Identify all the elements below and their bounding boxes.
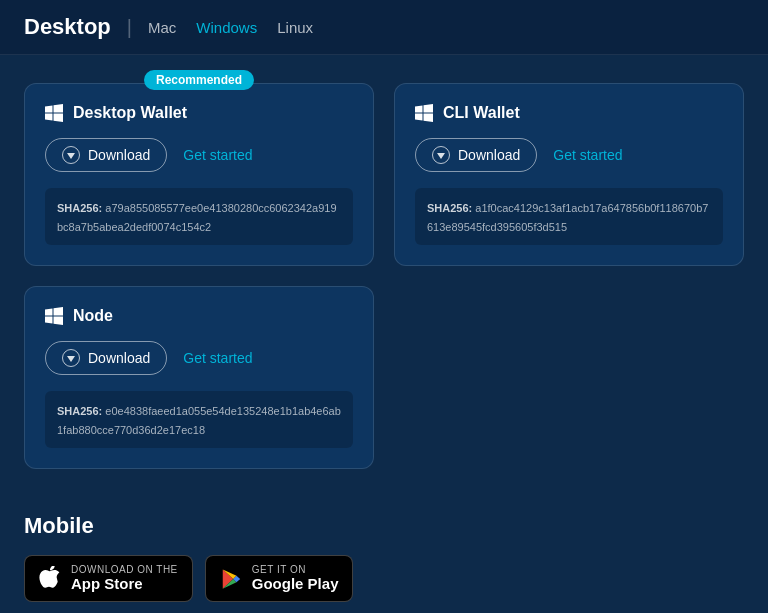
node-download-icon [62, 349, 80, 367]
node-download-label: Download [88, 350, 150, 366]
desktop-wallet-card: Recommended Desktop Wallet Download Ge [24, 83, 374, 266]
desktop-wallet-sha-box: SHA256: a79a855085577ee0e41380280cc60623… [45, 188, 353, 245]
apple-icon [39, 566, 61, 592]
windows-icon [45, 104, 63, 122]
header: Desktop | Mac Windows Linux [0, 0, 768, 55]
desktop-wallet-sha-text: SHA256: a79a855085577ee0e41380280cc60623… [57, 202, 337, 233]
cli-wallet-download-button[interactable]: Download [415, 138, 537, 172]
header-divider: | [127, 16, 132, 39]
app-store-text: Download on the App Store [71, 564, 178, 593]
download-icon [62, 146, 80, 164]
mobile-section: Mobile Download on the App Store [24, 505, 744, 602]
cli-wallet-title: CLI Wallet [443, 104, 520, 122]
cli-wallet-download-label: Download [458, 147, 520, 163]
google-play-name-label: Google Play [252, 575, 339, 593]
desktop-wallet-title: Desktop Wallet [73, 104, 187, 122]
cli-wallet-title-row: CLI Wallet [415, 104, 723, 122]
google-play-icon [220, 568, 242, 590]
cli-wallet-sha-text: SHA256: a1f0cac4129c13af1acb17a647856b0f… [427, 202, 708, 233]
app-store-badge[interactable]: Download on the App Store [24, 555, 193, 602]
desktop-wallet-download-label: Download [88, 147, 150, 163]
cli-download-icon [432, 146, 450, 164]
main-content: Recommended Desktop Wallet Download Ge [0, 55, 768, 613]
node-download-button[interactable]: Download [45, 341, 167, 375]
page-title: Desktop [24, 14, 111, 40]
cli-wallet-get-started-link[interactable]: Get started [553, 147, 622, 163]
node-title-row: Node [45, 307, 353, 325]
cli-wallet-card: CLI Wallet Download Get started SHA256: … [394, 83, 744, 266]
mobile-title: Mobile [24, 513, 744, 539]
desktop-wallet-title-row: Desktop Wallet [45, 104, 353, 122]
node-get-started-link[interactable]: Get started [183, 350, 252, 366]
node-sha-label: SHA256: [57, 405, 102, 417]
cli-wallet-sha-label: SHA256: [427, 202, 472, 214]
nav-windows[interactable]: Windows [196, 19, 257, 36]
node-card: Node Download Get started SHA256: e0e483… [24, 286, 374, 469]
recommended-badge: Recommended [144, 70, 254, 90]
top-cards-row: Recommended Desktop Wallet Download Ge [24, 83, 744, 266]
google-play-badge[interactable]: GET IT ON Google Play [205, 555, 354, 602]
node-cards-row: Node Download Get started SHA256: e0e483… [24, 286, 744, 469]
desktop-wallet-sha-label: SHA256: [57, 202, 102, 214]
node-download-arrow-icon [67, 356, 75, 362]
google-play-sub-label: GET IT ON [252, 564, 339, 575]
windows-icon-node [45, 307, 63, 325]
node-title: Node [73, 307, 113, 325]
google-play-text: GET IT ON Google Play [252, 564, 339, 593]
nav-linux[interactable]: Linux [277, 19, 313, 36]
nav-links: Mac Windows Linux [148, 19, 313, 36]
cli-wallet-sha-box: SHA256: a1f0cac4129c13af1acb17a647856b0f… [415, 188, 723, 245]
desktop-wallet-download-button[interactable]: Download [45, 138, 167, 172]
desktop-wallet-get-started-link[interactable]: Get started [183, 147, 252, 163]
nav-mac[interactable]: Mac [148, 19, 176, 36]
app-store-sub-label: Download on the [71, 564, 178, 575]
app-store-name-label: App Store [71, 575, 178, 593]
windows-icon-cli [415, 104, 433, 122]
cli-wallet-actions: Download Get started [415, 138, 723, 172]
node-sha-text: SHA256: e0e4838faeed1a055e54de135248e1b1… [57, 405, 341, 436]
node-actions: Download Get started [45, 341, 353, 375]
download-arrow-icon [67, 153, 75, 159]
store-badges: Download on the App Store GET IT ON Goog… [24, 555, 744, 602]
cli-download-arrow-icon [437, 153, 445, 159]
desktop-wallet-actions: Download Get started [45, 138, 353, 172]
node-sha-box: SHA256: e0e4838faeed1a055e54de135248e1b1… [45, 391, 353, 448]
